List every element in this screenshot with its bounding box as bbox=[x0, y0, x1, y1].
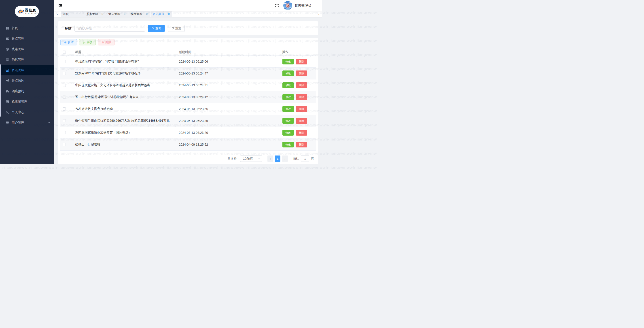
row-delete-button[interactable]: 删除 bbox=[296, 118, 307, 124]
main-area: 超级管理员 ‹ 首页景点管理✕酒店管理✕线路管理✕资讯管理✕ › 标题: 查询 … bbox=[54, 0, 322, 164]
row-delete-button[interactable]: 删除 bbox=[296, 82, 307, 88]
edit-button[interactable]: 修改 bbox=[79, 39, 96, 46]
add-button-label: 新增 bbox=[68, 40, 74, 44]
sidebar-item-monitor[interactable]: 用户管理 bbox=[0, 117, 54, 128]
close-icon[interactable]: ✕ bbox=[168, 13, 170, 16]
close-icon[interactable]: ✕ bbox=[124, 13, 126, 16]
row-edit-button[interactable]: 修改 bbox=[282, 118, 294, 124]
close-icon[interactable]: ✕ bbox=[146, 13, 148, 16]
tab-label: 景点管理 bbox=[86, 12, 98, 16]
add-button[interactable]: 新增 bbox=[60, 39, 77, 46]
row-created-time: 2024-06-13 06:24:31 bbox=[177, 84, 280, 87]
row-edit-button[interactable]: 修改 bbox=[282, 94, 294, 100]
row-checkbox[interactable] bbox=[62, 143, 66, 146]
row-checkbox[interactable] bbox=[62, 72, 66, 75]
row-edit-button[interactable]: 修改 bbox=[282, 106, 294, 112]
globe-logo-icon bbox=[18, 8, 24, 15]
user-icon bbox=[5, 110, 9, 114]
row-delete-button[interactable]: 删除 bbox=[296, 71, 307, 76]
row-title: 端午假期兰州市接待游客290.266万人次 旅游总花费214688.491万元 bbox=[75, 119, 177, 123]
close-icon[interactable]: ✕ bbox=[101, 13, 104, 16]
picture-icon bbox=[5, 68, 9, 72]
paper-plane-icon bbox=[5, 79, 9, 83]
row-edit-button[interactable]: 修改 bbox=[282, 71, 294, 76]
avatar[interactable] bbox=[283, 1, 292, 10]
row-delete-button[interactable]: 删除 bbox=[296, 106, 307, 112]
shop-icon bbox=[5, 58, 9, 62]
tabs-bar: ‹ 首页景点管理✕酒店管理✕线路管理✕资讯管理✕ › bbox=[54, 11, 322, 17]
sidebar-item-label: 个人中心 bbox=[12, 110, 24, 114]
table-row[interactable]: 五一出行数据 悠家民宿告诉你旅游现在有多火2024-06-13 06:24:12… bbox=[60, 91, 316, 103]
goto-label: 前往 bbox=[293, 157, 299, 161]
sidebar-item-ticket[interactable]: 景点管理 bbox=[0, 33, 54, 44]
tabs-scroll-right-icon[interactable]: › bbox=[317, 12, 320, 16]
tab-5[interactable]: 资讯管理✕ bbox=[150, 11, 172, 17]
row-actions: 修改删除 bbox=[280, 142, 316, 147]
next-page-button[interactable]: › bbox=[282, 156, 288, 162]
row-edit-button[interactable]: 修改 bbox=[282, 130, 294, 136]
table-row[interactable]: 端午假期兰州市接待游客290.266万人次 旅游总花费214688.491万元2… bbox=[60, 115, 316, 127]
select-all-checkbox[interactable] bbox=[62, 51, 66, 54]
tabs-scroll-left-icon[interactable]: ‹ bbox=[56, 12, 59, 16]
sidebar-item-paper-plane[interactable]: 景点预约 bbox=[0, 75, 54, 86]
app-window: 游信息 Lu You Xin Xi 首页景点管理线路管理酒店管理资讯管理景点预约… bbox=[0, 0, 322, 164]
page-number-1[interactable]: 1 bbox=[275, 156, 280, 162]
tab-1[interactable]: 首页 bbox=[61, 11, 84, 17]
row-checkbox[interactable] bbox=[62, 96, 66, 99]
fullscreen-icon[interactable] bbox=[275, 4, 279, 8]
sidebar-scrollbar[interactable] bbox=[0, 65, 1, 117]
table-row[interactable]: 整治鼓浪屿“宰客链”，守护厦门旅游“金字招牌”2024-06-13 06:25:… bbox=[60, 56, 316, 68]
tab-2[interactable]: 景点管理✕ bbox=[84, 11, 106, 17]
row-checkbox[interactable] bbox=[62, 107, 66, 111]
table-row[interactable]: 东南亚国家旅游业加快复苏（国际视点）2024-06-13 06:23:20修改删… bbox=[60, 127, 316, 139]
search-title-label: 标题: bbox=[65, 27, 72, 31]
sidebar-item-label: 景点管理 bbox=[12, 37, 24, 41]
row-edit-button[interactable]: 修改 bbox=[282, 142, 294, 147]
tabs-list: 首页景点管理✕酒店管理✕线路管理✕资讯管理✕ bbox=[61, 11, 172, 17]
sidebar-item-label: 资讯管理 bbox=[12, 68, 24, 72]
row-delete-button[interactable]: 删除 bbox=[296, 94, 307, 100]
row-delete-button[interactable]: 删除 bbox=[296, 130, 307, 136]
query-button[interactable]: 查询 bbox=[148, 25, 165, 32]
tab-3[interactable]: 酒店管理✕ bbox=[106, 11, 128, 17]
tab-label: 线路管理 bbox=[130, 12, 142, 16]
table-header-row: 标题 创建时间 操作 bbox=[60, 49, 316, 56]
search-input[interactable] bbox=[74, 25, 145, 32]
delete-button[interactable]: 删除 bbox=[98, 39, 114, 46]
table-row[interactable]: 乡村旅游数字提升行动启动2024-06-13 06:23:55修改删除 bbox=[60, 103, 316, 115]
sidebar-item-shop[interactable]: 酒店管理 bbox=[0, 54, 54, 65]
sidebar-item-picture-filled[interactable]: 轮播图管理 bbox=[0, 96, 54, 107]
sidebar-item-user[interactable]: 个人中心 bbox=[0, 107, 54, 117]
navbar-right: 超级管理员 bbox=[275, 1, 311, 10]
row-actions: 修改删除 bbox=[280, 130, 316, 136]
row-actions: 修改删除 bbox=[280, 59, 316, 65]
collapse-sidebar-icon[interactable] bbox=[58, 4, 62, 8]
prev-page-button[interactable]: ‹ bbox=[268, 156, 273, 162]
goto-page-input[interactable] bbox=[301, 156, 309, 162]
row-checkbox[interactable] bbox=[62, 119, 66, 122]
page-size-select[interactable]: 10条/页 bbox=[240, 156, 262, 162]
tab-4[interactable]: 线路管理✕ bbox=[128, 11, 150, 17]
row-checkbox[interactable] bbox=[62, 84, 66, 87]
column-header-created: 创建时间 bbox=[177, 50, 280, 54]
sidebar-item-lifebuoy[interactable]: 线路管理 bbox=[0, 44, 54, 54]
row-delete-button[interactable]: 删除 bbox=[296, 142, 307, 147]
row-checkbox[interactable] bbox=[62, 131, 66, 134]
table-row[interactable]: 黔东南2024年“端午”假日文化旅游市场平稳有序2024-06-13 06:24… bbox=[60, 68, 316, 79]
tab-label: 资讯管理 bbox=[153, 12, 164, 16]
sidebar-item-grid[interactable]: 首页 bbox=[0, 23, 54, 33]
reset-button[interactable]: 重置 bbox=[168, 25, 185, 32]
sidebar-item-label: 线路管理 bbox=[12, 47, 24, 51]
row-edit-button[interactable]: 修改 bbox=[282, 82, 294, 88]
row-title: 松峰山一日游攻略 bbox=[75, 143, 177, 147]
row-checkbox[interactable] bbox=[62, 60, 66, 63]
row-edit-button[interactable]: 修改 bbox=[282, 59, 294, 65]
sidebar-item-house[interactable]: 酒店预约 bbox=[0, 86, 54, 96]
row-created-time: 2024-06-13 06:23:55 bbox=[177, 107, 280, 111]
column-header-title: 标题 bbox=[75, 50, 177, 54]
row-delete-button[interactable]: 删除 bbox=[296, 59, 307, 65]
table-row[interactable]: 松峰山一日游攻略2024-04-09 13:25:52修改删除 bbox=[60, 139, 316, 151]
current-user-name[interactable]: 超级管理员 bbox=[294, 4, 311, 8]
sidebar-item-picture[interactable]: 资讯管理 bbox=[0, 65, 54, 75]
table-row[interactable]: 中国现代化设施、文化体验等吸引越来越多新西兰游客2024-06-13 06:24… bbox=[60, 79, 316, 91]
